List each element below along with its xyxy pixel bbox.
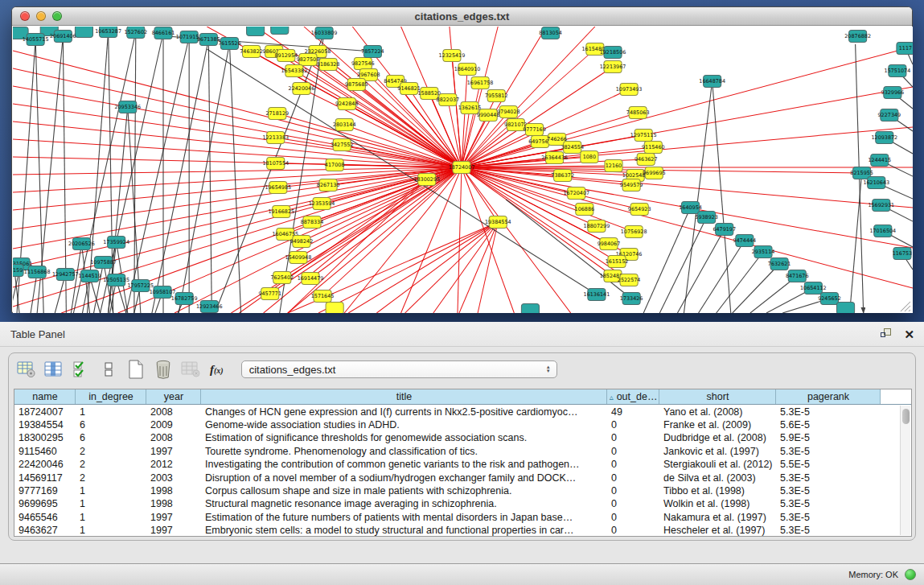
cell-year: 1997 — [146, 510, 201, 523]
graph-node-label: 9474444 — [733, 237, 757, 244]
table-row[interactable]: 946554611997Estimation of the future num… — [14, 510, 911, 523]
table-selector-value: citations_edges.txt — [249, 364, 546, 376]
column-header-year[interactable]: year — [146, 389, 201, 404]
cell-out_degree: 0 — [607, 497, 659, 510]
graph-node-label: 39159 — [13, 267, 23, 274]
graph-node-label: 19218506 — [600, 49, 626, 56]
graph-node[interactable] — [326, 303, 343, 314]
graph-svg[interactable]: 1872400718300295193845547463822986012889… — [13, 27, 913, 313]
graph-node-label: 1588520 — [417, 90, 441, 97]
new-table-icon[interactable] — [125, 359, 146, 381]
graph-node-label: 18640910 — [454, 66, 481, 72]
vertical-scrollbar[interactable] — [900, 406, 910, 535]
row-height-icon[interactable] — [97, 359, 119, 381]
graph-node-label: 8912954 — [275, 52, 298, 59]
cell-year: 1998 — [146, 497, 201, 510]
float-panel-icon[interactable] — [881, 328, 893, 340]
scrollbar-thumb[interactable] — [902, 409, 910, 424]
graph-node-label: 18724007 — [449, 164, 475, 171]
graph-node-label: 12353594 — [309, 200, 335, 207]
cell-name: 9465546 — [14, 510, 76, 523]
close-window-button[interactable] — [20, 11, 30, 21]
column-header-short[interactable]: short — [659, 389, 776, 404]
graph-node-label: 1640954 — [679, 204, 702, 211]
cell-short: Wolkin et al. (1998) — [659, 497, 776, 510]
cell-year: 2008 — [146, 405, 201, 418]
graph-node-label: 12093872 — [871, 134, 897, 141]
table-selector-dropdown[interactable]: citations_edges.txt ▲▼ — [241, 360, 557, 378]
delete-table-icon[interactable] — [152, 359, 174, 381]
cell-in_degree: 2 — [76, 444, 146, 457]
graph-node-label: 20953346 — [114, 104, 141, 110]
cell-title: Genome-wide association studies in ADHD. — [201, 418, 607, 431]
zoom-window-button[interactable] — [52, 11, 62, 21]
column-header-title[interactable]: title — [201, 389, 607, 404]
cell-title: Estimation of the future numbers of pati… — [201, 510, 607, 523]
graph-node[interactable] — [521, 304, 539, 314]
close-panel-icon[interactable]: ✕ — [904, 328, 914, 340]
table-row[interactable]: 977716911998Corpus callosum shape and si… — [14, 484, 911, 496]
graph-node-label: 12923466 — [196, 303, 223, 310]
column-header-pagerank[interactable]: pagerank — [776, 389, 881, 404]
graph-node-label: 16543382 — [281, 68, 308, 74]
select-columns-icon[interactable] — [70, 359, 92, 381]
table-row[interactable]: 1938455462009Genome-wide association stu… — [14, 418, 911, 431]
cell-short: de Silva et al. (2003) — [659, 471, 776, 484]
cell-title: Corpus callosum shape and size in male p… — [201, 484, 607, 496]
graph-node-label: 9242848 — [335, 101, 359, 107]
cell-year: 1998 — [146, 484, 201, 496]
graph-node[interactable] — [75, 27, 92, 38]
graph-node[interactable] — [271, 27, 289, 35]
graph-node-label: 2522574 — [618, 277, 641, 283]
graph-node-label: 16720407 — [563, 190, 589, 196]
dropdown-arrows-icon: ▲▼ — [546, 365, 551, 373]
column-header-name[interactable]: name — [14, 389, 76, 404]
resize-grip-icon[interactable] — [901, 302, 910, 311]
column-visibility-icon[interactable] — [43, 359, 64, 381]
table-row[interactable]: 1872400712008Changes of HCN gene express… — [14, 405, 911, 418]
memory-status-indicator[interactable] — [905, 569, 916, 580]
graph-node-label: 12505135 — [103, 277, 129, 283]
table-row[interactable]: 969969511998Structural magnetic resonanc… — [14, 497, 911, 510]
graph-node-label: 17359924 — [103, 239, 129, 245]
graph-node[interactable] — [836, 303, 854, 314]
cell-in_degree: 1 — [76, 405, 146, 418]
window-titlebar[interactable]: citations_edges.txt — [12, 7, 912, 26]
graph-node-label: 1527602 — [125, 29, 148, 35]
graph-node-label: 3427552 — [331, 142, 354, 148]
cell-title: Embryonic stem cells: a model to study s… — [201, 524, 607, 537]
cell-name: 9699695 — [14, 497, 76, 510]
column-header-out_degree[interactable]: ▵out_de… — [607, 389, 659, 404]
cell-pagerank: 5.9E-5 — [776, 431, 881, 444]
graph-node-label: 15751074 — [885, 68, 911, 74]
graph-node-label: 9827546 — [351, 60, 375, 67]
graph-node-label: 10973493 — [616, 86, 643, 93]
table-settings-icon[interactable] — [15, 359, 37, 381]
table-row[interactable]: 1456911722003Disruption of a novel membe… — [14, 471, 911, 484]
graph-node-label: 417008 — [325, 162, 345, 168]
nodes-layer: 1872400718300295193845547463822986012889… — [13, 27, 913, 313]
graph-node[interactable] — [247, 27, 265, 36]
table-panel-header: Table Panel ✕ — [0, 322, 924, 347]
graph-node-label: 18807299 — [584, 223, 610, 229]
network-canvas[interactable]: 1872400718300295193845547463822986012889… — [13, 27, 913, 313]
function-builder-icon[interactable]: f(x) — [210, 363, 224, 377]
graph-node-label: 9777169 — [523, 126, 546, 133]
table-panel-title: Table Panel — [10, 328, 881, 340]
table-row[interactable]: 2242004622012Investigating the contribut… — [14, 458, 911, 471]
table-row[interactable]: 911546021997Tourette syndrome. Phenomeno… — [14, 444, 911, 457]
table-row[interactable]: 946362711997Embryonic stem cells: a mode… — [14, 524, 911, 537]
column-header-in_degree[interactable]: in_degree — [76, 389, 146, 404]
cell-title: Estimation of significance thresholds fo… — [201, 431, 607, 444]
table-row[interactable]: 1830029562008Estimation of significance … — [14, 431, 911, 444]
cell-in_degree: 6 — [76, 431, 146, 444]
cell-name: 18300295 — [14, 431, 76, 444]
graph-node-label: 9654923 — [628, 206, 651, 212]
cell-out_degree: 49 — [607, 405, 659, 418]
cell-title: Changes of HCN gene expression and I(f) … — [201, 405, 607, 418]
graph-node-label: 22420046 — [289, 85, 315, 92]
import-table-icon — [179, 359, 201, 381]
graph-node-label: 16136141 — [584, 291, 610, 298]
table-body: 1872400712008Changes of HCN gene express… — [14, 405, 911, 537]
minimize-window-button[interactable] — [36, 11, 46, 21]
